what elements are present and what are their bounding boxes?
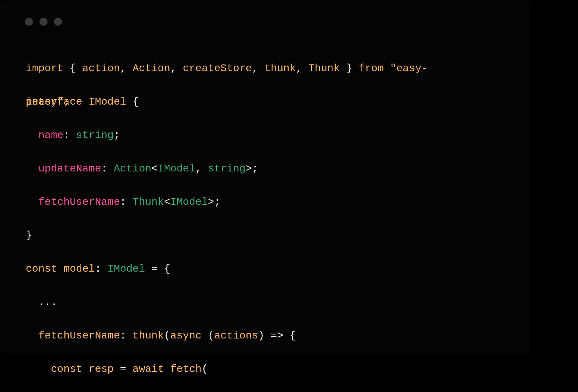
token-punct: : bbox=[120, 196, 126, 208]
traffic-light-dot bbox=[39, 18, 47, 26]
token-punct: ) bbox=[258, 330, 264, 342]
token-ident: IModel bbox=[89, 96, 126, 108]
token-punct: ( bbox=[202, 363, 208, 375]
token-punct: { bbox=[289, 330, 296, 342]
token-ident: actions bbox=[214, 330, 258, 342]
token-punct: , bbox=[195, 163, 202, 175]
token-punct: = bbox=[120, 363, 126, 375]
token-keyword: const bbox=[26, 263, 57, 275]
token-punct: < bbox=[151, 163, 158, 175]
token-ident: createStore bbox=[183, 62, 252, 74]
token-type: Action bbox=[114, 163, 151, 175]
token-type: IModel bbox=[158, 163, 196, 175]
token-prop: updateName bbox=[38, 163, 101, 175]
token-punct: { bbox=[70, 62, 76, 74]
token-punct: : bbox=[101, 163, 107, 175]
code-line: import { action, Action, createStore, th… bbox=[26, 60, 517, 77]
token-punct: : bbox=[64, 129, 70, 141]
token-ident: Thunk bbox=[308, 62, 340, 74]
token-punct: } bbox=[26, 229, 32, 241]
token-ident: thunk bbox=[264, 62, 296, 74]
token-string: "easy- bbox=[390, 62, 428, 74]
traffic-light-dot bbox=[25, 18, 33, 26]
token-punct: , bbox=[120, 62, 126, 74]
token-punct: : bbox=[120, 330, 126, 342]
code-line: fetchUserName: Thunk<IModel>; bbox=[26, 194, 517, 211]
token-ident: Action bbox=[132, 62, 170, 74]
code-block: import { action, Action, createStore, th… bbox=[26, 43, 517, 392]
token-punct: , bbox=[296, 62, 302, 74]
token-punct: , bbox=[170, 62, 177, 74]
token-keyword: async bbox=[170, 330, 202, 342]
code-line: peasy";interface IModel { bbox=[26, 94, 517, 111]
window-traffic-lights bbox=[25, 18, 517, 26]
token-punct: ( bbox=[208, 330, 215, 342]
token-punct: : bbox=[95, 263, 101, 275]
token-punct: , bbox=[252, 62, 258, 74]
token-punct: { bbox=[164, 263, 170, 275]
code-line: updateName: Action<IModel, string>; bbox=[26, 161, 517, 177]
token-punct: < bbox=[164, 196, 170, 208]
token-punct: => bbox=[271, 330, 283, 342]
token-ident: resp bbox=[89, 363, 114, 375]
code-line: const resp = await fetch( bbox=[26, 361, 517, 378]
token-prop: name bbox=[38, 129, 63, 141]
token-type: string bbox=[76, 129, 114, 141]
token-punct: } bbox=[346, 62, 353, 74]
token-type: Thunk bbox=[132, 196, 164, 208]
token-punct: >; bbox=[208, 196, 221, 208]
token-punct: = bbox=[151, 263, 158, 275]
token-type: string bbox=[208, 163, 246, 175]
code-line: name: string; bbox=[26, 127, 517, 144]
code-line: fetchUserName: thunk(async (actions) => … bbox=[26, 328, 517, 345]
token-keyword: from bbox=[359, 62, 384, 74]
code-line: ... bbox=[26, 294, 517, 311]
token-punct: ( bbox=[164, 330, 170, 342]
token-fn: fetch bbox=[170, 363, 202, 375]
code-line: const model: IModel = { bbox=[26, 261, 517, 278]
token-punct: ... bbox=[38, 296, 57, 308]
token-type: IModel bbox=[107, 263, 145, 275]
token-fn: thunk bbox=[132, 330, 164, 342]
token-string: peasy"; bbox=[26, 96, 70, 108]
token-keyword: await bbox=[132, 363, 164, 375]
token-punct: { bbox=[132, 96, 139, 108]
token-prop: fetchUserName bbox=[38, 196, 120, 208]
code-line: } bbox=[26, 227, 517, 244]
code-window: import { action, Action, createStore, th… bbox=[0, 0, 531, 354]
token-punct: ; bbox=[114, 129, 120, 141]
token-type: IModel bbox=[170, 196, 208, 208]
token-keyword: const bbox=[51, 363, 82, 375]
token-ident: model bbox=[64, 263, 95, 275]
token-ident: fetchUserName bbox=[38, 330, 120, 342]
token-ident: action bbox=[82, 62, 120, 74]
token-punct: >; bbox=[246, 163, 258, 175]
token-keyword: import bbox=[26, 62, 64, 74]
traffic-light-dot bbox=[54, 18, 62, 26]
